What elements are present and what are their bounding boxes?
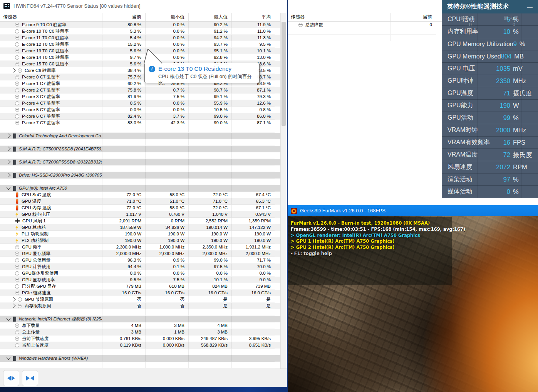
sensor-row[interactable]: GPU SoC 温度72.0 °C58.0 °C72.0 °C67.4 °C [0,192,281,198]
chevron-right-icon[interactable] [6,147,10,151]
sensor-row[interactable]: P-core 3 C7 驻留率81.9 %7.5 %99.1 %79.3 % [0,93,281,100]
average-value: 67.4 °C [231,192,275,198]
maximum-value [188,139,231,146]
sensor-row[interactable]: GPU 核心电压1.017 V0.760 V1.040 V0.943 V [0,211,281,218]
column-header-sensor[interactable]: 传感器 [0,13,102,21]
error-sensor-row[interactable]: 总故障数0 [288,22,436,28]
column-header-maximum[interactable]: 最大值 [188,13,231,21]
chevron-down-icon[interactable] [6,185,10,190]
column-header-sensor[interactable]: 传感器 [288,13,390,21]
sensor-row[interactable]: GPU 总功耗187.559 W34.826 W190.014 W147.122… [0,224,281,231]
chevron-down-icon[interactable] [6,355,10,360]
intel-panel-header[interactable]: 英特尔®性能遥测技术 — [442,0,538,13]
bolt-icon [15,225,19,230]
hwinfo-titlebar[interactable]: HWiNFO64 v7.24-4770 Sensor Status [80 va… [0,0,287,12]
sensor-row[interactable]: GPU 频率2,300.0 MHz1,000.0 MHz2,350.0 MHz1… [0,244,281,250]
intel-telemetry-panel: 英特尔®性能遥测技术 — CPU 活动5%内存利用率10%GPU Memory … [442,0,538,198]
sensor-row[interactable]: GPU 节流原因否否是是 [0,296,281,303]
telemetry-label: GPU温度 [447,89,503,97]
telemetry-unit: % [513,176,533,183]
sensor-row[interactable]: P-core 4 C7 驻留率0.5 %0.0 %55.9 %12.6 % [0,100,281,107]
sensor-row[interactable]: E-core 11 T0 C0 驻留率5.4 %0.0 %94.2 %11.3 … [0,35,281,41]
sensor-row[interactable]: 总下载量4 MB3 MB4 MB [0,322,281,329]
sensor-section-row[interactable]: Drive: HS-SSD-C2000Pro 2048G (30070540..… [0,172,281,178]
sensor-row[interactable]: 当前上传速度0.119 KB/s0.000 KB/s568.829 KB/s8.… [0,342,281,349]
sensor-section-row[interactable]: Windows Hardware Errors (WHEA) [0,355,281,362]
sensor-row[interactable]: GPU 计算使用94.4 %0.1 %97.5 %70.0 % [0,264,281,270]
sensor-row[interactable]: E-core 12 T0 C0 驻留率15.2 %0.0 %93.7 %9.5 … [0,41,281,48]
sensor-row[interactable]: 内存限制原因否否是是 [0,303,281,309]
sensor-row[interactable]: GPU媒体引擎使用0.0 %0.0 %0.0 %0.0 % [0,270,281,277]
sensor-row[interactable]: P-core 6 C7 驻留率82.4 %3.7 %99.0 %86.0 % [0,113,281,120]
telemetry-unit: 摄氏度 [513,151,533,159]
minimize-icon[interactable]: — [527,5,533,9]
column-header-current[interactable]: 当前 [102,13,145,21]
current-value: 否 [102,303,145,309]
tooltip-pointer [143,48,163,64]
telemetry-row: 渲染活动97% [442,173,538,186]
sensor-row[interactable]: P-core 5 C7 驻留率0.0 %0.0 %10.5 %0.8 % [0,107,281,113]
average-value: 739 MB [231,283,275,290]
minimum-value: 0.0 % [145,100,188,107]
average-value: 9.5 % [231,41,275,48]
sensor-label: E-core 9 T0 C0 驻留率 [22,22,66,28]
telemetry-label: 渲染活动 [447,175,503,183]
sensor-row[interactable]: GPU 温度71.0 °C51.0 °C71.0 °C65.3 °C [0,198,281,205]
sensor-section-row[interactable]: Network: Intel(R) Ethernet 控制器 (3) I225-… [0,316,281,322]
sensor-section-row[interactable]: S.M.A.R.T.: CT500P2SSD8 (2041E4B75915) [0,146,281,152]
telemetry-label: GPU时钟 [447,77,496,85]
chevron-right-icon[interactable] [6,173,10,177]
sensor-row[interactable]: P-core 2 C7 驻留率75.8 %0.7 %98.7 %87.1 % [0,87,281,93]
average-value: 13.0 % [231,54,275,61]
sensor-row[interactable]: E-core 10 T0 C0 驻留率5.3 %0.0 %91.2 %11.0 … [0,28,281,35]
sensor-row[interactable]: P-core 7 C7 驻留率83.0 %42.3 %99.0 %87.1 % [0,120,281,126]
sensor-row[interactable]: GPU 总使用量96.3 %0.9 %99.0 %71.7 % [0,257,281,264]
sensor-label: P-core 2 C7 驻留率 [22,87,60,93]
maximum-value: 是 [188,296,231,303]
telemetry-row: GPU能力190W [442,100,538,112]
gauge-icon [18,297,22,302]
vertical-scrollbar[interactable] [280,13,287,369]
chevron-right-icon[interactable] [11,68,15,72]
minimum-value: 190.0 W [145,237,188,244]
telemetry-row: GPU温度71摄氏度 [442,87,538,100]
sensor-row[interactable]: E-core 13 T0 C0 驻留率5.6 %0.0 %95.1 %10.1 … [0,48,281,54]
column-header-current[interactable]: 当前 [390,13,436,21]
sensor-row[interactable]: E-core 14 T0 C0 驻留率9.7 %0.0 %92.8 %13.0 … [0,54,281,61]
maximum-value: 0.0 % [188,270,231,277]
sensor-row[interactable]: GPU 风扇 12,091 RPM0 RPM2,552 RPM1,359 RPM [0,218,281,224]
collapse-columns-button[interactable] [22,370,38,386]
sensor-section-row[interactable]: GPU [#0]: Intel Arc A750 [0,185,281,192]
sensor-row[interactable]: GPU 显存使用率9.5 %7.5 %10.1 %9.0 % [0,277,281,283]
sensor-row[interactable]: E-core 9 T0 C0 驻留率80.8 %0.0 %90.2 %11.9 … [0,22,281,28]
chevron-right-icon[interactable] [6,160,10,164]
furmark-titlebar[interactable]: Geeks3D FurMark v1.26.0.0 - 168FPS [288,205,538,216]
sensor-section-row[interactable]: S.M.A.R.T.: CT2000P5SSD8 (20322B332045) [0,159,281,165]
sensor-section-row[interactable]: Colorful Technology And Development Co.,… [0,133,281,139]
column-header-minimum[interactable]: 最小值 [145,13,188,21]
current-value: 3 MB [102,329,145,335]
chevron-right-icon[interactable] [6,133,10,138]
sensor-row[interactable]: GPU 显存频率2,000.0 MHz2,000.0 MHz2,000.0 MH… [0,250,281,257]
sensor-label: P-core 3 C7 驻留率 [22,94,60,100]
telemetry-label: GPU Memory Utilization [447,41,513,48]
sensor-row[interactable]: PL2 功耗限制190.0 W190.0 W190.0 W190.0 W [0,237,281,244]
chevron-right-icon[interactable] [11,297,15,301]
chevron-right-icon[interactable] [11,304,15,308]
sensor-row[interactable]: 当前下载速度0.761 KB/s0.000 KB/s249.487 KB/s3.… [0,335,281,342]
telemetry-label: GPU Memory Used [447,53,501,60]
average-value [231,139,275,146]
expand-columns-button[interactable] [3,370,19,386]
column-header-average[interactable]: 平均 [231,13,275,21]
sensor-row[interactable]: PL1 功耗限制190.0 W190.0 W190.0 W190.0 W [0,231,281,237]
average-value [231,133,275,139]
minimum-value: 1 MB [145,329,188,335]
scrollbar-thumb[interactable] [282,22,286,126]
telemetry-row: GPU活动99% [442,112,538,124]
sensor-row[interactable]: GPU 内存 温度72.0 °C58.0 °C72.0 °C67.1 °C [0,205,281,211]
telemetry-value: 72 [503,151,510,158]
sensor-row[interactable]: 已分配 GPU 显存779 MB610 MB824 MB739 MB [0,283,281,290]
chevron-down-icon[interactable] [6,316,10,320]
sensor-row[interactable]: 总上传量3 MB1 MB3 MB [0,329,281,335]
sensor-row[interactable]: PCIe 链路速度16.0 GT/s16.0 GT/s16.0 GT/s16.0… [0,290,281,296]
